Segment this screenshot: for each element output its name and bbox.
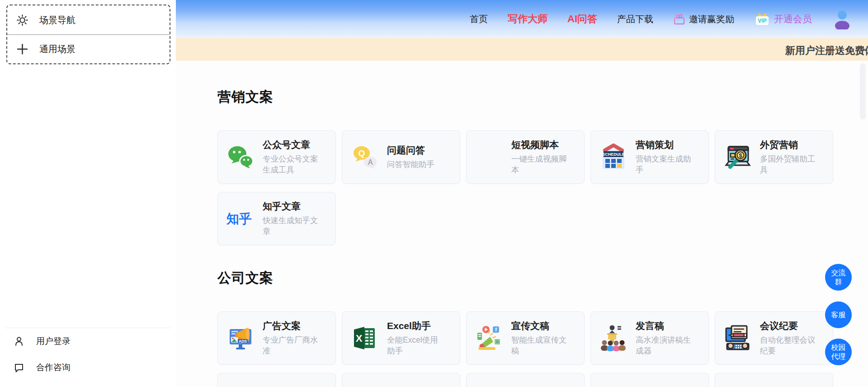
notice-icon [475,385,504,387]
svg-text:A: A [368,158,373,166]
card-desc: 专业公众号文案生成工具 [263,153,321,175]
svg-text:ADS: ADS [239,339,247,344]
excel-icon: X [350,324,379,353]
card-grid: ADS 广告文案专业广告厂商水准 X Excel助手全能Excel使用助手 f … [217,311,868,387]
top-navbar: 首页 写作大师 AI问答 产品下载 邀请赢奖励 VIP 开通会员 [176,0,868,38]
tiktok-icon: ♪ [475,143,504,172]
sidebar-item-label: 场景导航 [39,14,75,26]
svg-text:f: f [495,327,497,332]
ads-icon: ADS [226,324,255,353]
card-title: 发言稿 [636,320,693,331]
sidebar-item-cooperation[interactable]: 合作咨询 [0,354,176,381]
tool-card[interactable]: 谈话总结总结摘要谈话 [590,373,709,387]
svg-text:SCHEDULE: SCHEDULE [602,152,625,157]
tool-card[interactable]: 会议纪要自动化整理会议纪要 [715,311,833,365]
section-title: 营销文案 [217,88,868,106]
tool-card[interactable]: $ 外贸营销多国外贸辅助工具 [715,130,833,184]
card-title: 问题问答 [387,144,445,156]
card-desc: 一键生成视频脚本 [511,153,569,175]
sidebar-item-label: 用户登录 [36,335,71,347]
nav-product-download[interactable]: 产品下载 [617,13,653,25]
main-content: 营销文案 公众号文章专业公众号文案生成工具 Q A 问题问答问答智能助手 ♪ 短… [176,61,868,387]
promo-banner-text: 新用户注册送免费体验 [785,44,868,57]
card-desc: 智能生成宣传文稿 [511,334,569,356]
chat-icon [14,362,24,373]
card-title: 短视频脚本 [511,139,569,150]
card-desc: 全能Excel使用助手 [387,334,445,356]
sidebar-item-scene-nav[interactable]: 场景导航 [7,5,170,34]
sidebar-item-general-scene[interactable]: 通用场景 [7,34,170,63]
float-button-group-chat[interactable]: 交流 群 [825,264,852,291]
promo-icon: f [475,324,504,353]
nav-home[interactable]: 首页 [470,13,488,25]
user-icon [14,336,24,347]
sidebar-item-label: 通用场景 [39,43,75,55]
zhihu-icon: 知乎 [226,204,255,233]
meeting-icon [723,324,752,353]
tool-card[interactable]: ADS 广告文案专业广告厂商水准 [217,311,336,365]
tool-card[interactable]: 公司介绍智能生成公司 [715,373,833,387]
svg-text:知乎: 知乎 [226,212,252,226]
sidebar-item-user-login[interactable]: 用户登录 [0,328,176,354]
svg-text:♪: ♪ [476,143,491,172]
sun-icon [16,14,28,26]
tool-card[interactable]: 公众号文章专业公众号文案生成工具 [217,130,336,184]
card-title: 宣传文稿 [511,320,569,331]
intro-icon [723,385,752,387]
svg-text:Q: Q [359,148,365,158]
schedule-icon: SCHEDULE [599,143,628,172]
worksum-icon: 1 2 [350,385,379,387]
section-title: 公司文案 [217,269,868,287]
tool-card[interactable]: 活动方案活动组织智能 [217,373,336,387]
card-desc: 营销文案生成助手 [636,153,693,175]
sidebar-item-label: 合作咨询 [36,362,71,373]
tool-card[interactable]: SCHEDULE 营销策划营销文案生成助手 [590,130,709,184]
plus-icon [16,43,28,55]
wechat-icon [226,143,255,172]
card-desc: 多国外贸辅助工具 [760,153,818,175]
tool-card[interactable]: f 宣传文稿智能生成宣传文稿 [466,311,585,365]
promo-banner: 新用户注册送免费体验 [176,38,868,61]
scrollbar-thumb[interactable] [860,63,866,119]
tool-card[interactable]: ♪ 短视频脚本一键生成视频脚本 [466,130,585,184]
svg-text:VIP: VIP [758,18,766,24]
card-title: 公众号文章 [263,139,321,150]
card-title: 会议纪要 [760,320,818,331]
nav-writing-master[interactable]: 写作大师 [508,12,547,26]
card-title: 知乎文章 [263,201,321,212]
speech-icon [599,324,628,353]
card-desc: 自动化整理会议纪要 [760,334,818,356]
qa-icon: Q A [350,143,379,172]
float-button-customer-service[interactable]: 客服 [825,301,852,328]
scene-nav-box: 场景导航 通用场景 [6,5,170,64]
card-title: 营销策划 [636,139,693,150]
tool-card[interactable]: 发言稿高水准演讲稿生成器 [590,311,709,365]
card-desc: 专业广告厂商水准 [263,334,321,356]
nav-open-vip[interactable]: VIP 开通会员 [754,11,812,27]
card-title: 外贸营销 [760,139,818,150]
activity-icon [226,385,255,387]
svg-text:X: X [356,333,363,344]
card-desc: 快速生成知乎文章 [263,215,321,237]
nav-vip-label: 开通会员 [774,13,812,25]
card-title: 广告文案 [263,320,321,331]
tool-card[interactable]: X Excel助手全能Excel使用助手 [342,311,460,365]
vip-icon: VIP [754,11,770,27]
sidebar: 场景导航 通用场景 用户登录 合作咨询 [0,0,176,387]
trade-icon: $ [723,143,752,172]
card-grid: 公众号文章专业公众号文案生成工具 Q A 问题问答问答智能助手 ♪ 短视频脚本一… [217,130,868,245]
nav-ai-qa[interactable]: AI问答 [567,12,597,26]
card-desc: 高水准演讲稿生成器 [636,334,693,356]
tool-card[interactable]: 知乎 知乎文章快速生成知乎文章 [217,192,336,245]
card-title: Excel助手 [387,320,445,331]
svg-text:$: $ [739,152,742,159]
gift-icon [673,13,685,25]
float-button-campus-agent[interactable]: 校园 代理 [825,339,852,365]
nav-invite-rewards[interactable]: 邀请赢奖励 [673,13,734,25]
card-desc: 问答智能助手 [387,159,445,170]
avatar[interactable] [832,9,853,29]
talk-icon [599,385,628,387]
tool-card[interactable]: 公司通知一键生成公司 [466,373,585,387]
tool-card[interactable]: Q A 问题问答问答智能助手 [342,130,460,184]
tool-card[interactable]: 1 2 工作总结智能汇总工作 [342,373,460,387]
